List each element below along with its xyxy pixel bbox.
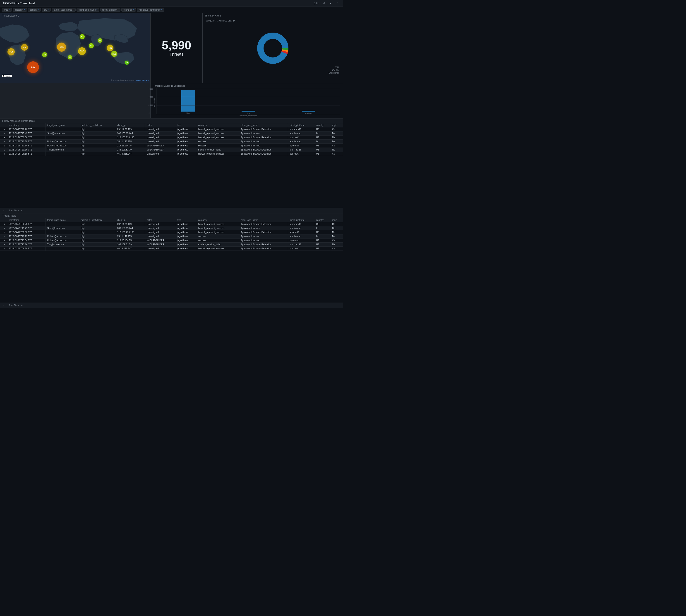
more-btn[interactable]: ⋮ [335, 1, 340, 5]
table-row[interactable]: 5 2022-04-25T23:54:57Z Polster@acme.com … [0, 239, 343, 243]
col-country[interactable]: country [314, 123, 330, 127]
cell-actor: Unassigned [145, 222, 175, 226]
table-row[interactable]: 2 2022-04-25T15:49:57Z Suraj@acme.com hi… [0, 226, 343, 230]
col-target-user-t[interactable]: target_user_name [45, 218, 79, 222]
table-row[interactable]: 3 2022-04-26T00:56:37Z high 112.163.226.… [0, 136, 343, 140]
prev-page-btn[interactable]: ‹ [6, 209, 8, 212]
cell-client-app: 1password Browser Extension [239, 148, 288, 152]
cluster-52[interactable]: 52 [80, 34, 85, 39]
table-row[interactable]: 2 2022-04-25T15:49:57Z Suraj@acme.com hi… [0, 131, 343, 136]
cell-country: IN [314, 140, 330, 144]
table-row[interactable]: 4 2022-04-25T10:29:57Z Polster@acme.com … [0, 140, 343, 144]
time-range-btn[interactable]: -24h [312, 2, 320, 5]
cell-actor: Unassigned [145, 136, 175, 140]
threat-table-container: Threat Table timestamp target_user_name … [0, 213, 343, 308]
table-row[interactable]: 7 2022-04-25T06:39:57Z high 46.33.228.24… [0, 152, 343, 156]
table-row[interactable]: 7 2022-04-25T06:39:57Z high 46.33.228.24… [0, 247, 343, 251]
table-row[interactable]: 6 2022-04-25T23:16:37Z Tim@acme.com high… [0, 243, 343, 247]
cell-client-ip: 200.163.158.44 [115, 131, 145, 136]
col-type[interactable]: type [175, 123, 196, 127]
page-total-t: 60 [14, 304, 17, 307]
filter-client-app[interactable]: client_app_name * [77, 8, 100, 12]
col-client-ip-t[interactable]: client_ip [115, 218, 145, 222]
table-row[interactable]: 4 2022-04-25T10:29:57Z Polster@acme.com … [0, 235, 343, 239]
last-page-btn-t[interactable]: » [21, 304, 23, 307]
filter-type[interactable]: type * [2, 8, 12, 12]
cluster-26[interactable]: 26 [98, 38, 102, 43]
filter-category[interactable]: category * [13, 8, 27, 12]
cell-timestamp: 2022-04-25T23:54:57Z [7, 144, 45, 148]
table-row[interactable]: 1 2022-04-25T22:26:37Z high 89.114.71.10… [0, 222, 343, 226]
col-malicious-confidence-t[interactable]: malicious_confidence [79, 218, 115, 222]
col-client-platform-t[interactable]: client_platform [288, 218, 314, 222]
col-region-t[interactable]: regio [330, 218, 343, 222]
col-country-t[interactable]: country [314, 218, 330, 222]
table-row[interactable]: 6 2022-04-25T23:16:37Z Tim@acme.com high… [0, 148, 343, 152]
col-category-t[interactable]: category [196, 218, 239, 222]
cell-region: Ne [330, 136, 343, 140]
improve-map-link[interactable]: Improve this map [135, 79, 149, 81]
col-timestamp-t[interactable]: timestamp [7, 218, 45, 222]
highly-malicious-table-scroll[interactable]: timestamp target_user_name malicious_con… [0, 123, 343, 208]
prev-page-btn-t[interactable]: ‹ [6, 304, 8, 307]
table-row[interactable]: 1 2022-04-25T22:26:37Z high 89.114.71.10… [0, 127, 343, 131]
refresh-btn[interactable]: ↺ [321, 1, 326, 5]
col-client-app-t[interactable]: client_app_name [239, 218, 288, 222]
col-client-app[interactable]: client_app_name [239, 123, 288, 127]
cell-malicious-confidence: high [79, 247, 115, 251]
col-actor-t[interactable]: actor [145, 218, 175, 222]
filter-client-os[interactable]: client_os * [121, 8, 136, 12]
map-container[interactable]: 310 307 1.8k 42 1.5k 39 52 797 51 26 641… [0, 13, 150, 83]
filter-client-platform[interactable]: client_platform * [100, 8, 121, 12]
threat-table-scroll[interactable]: timestamp target_user_name malicious_con… [0, 218, 343, 303]
col-category[interactable]: category [196, 123, 239, 127]
cell-target-user [45, 127, 79, 131]
cluster-307[interactable]: 307 [21, 44, 28, 51]
next-page-btn[interactable]: › [17, 209, 20, 212]
page-total-hm: 60 [14, 209, 17, 212]
cluster-310[interactable]: 310 [7, 48, 15, 56]
filter-country[interactable]: country * [28, 8, 41, 12]
bar-medium-rect[interactable] [302, 111, 315, 112]
cell-target-user: Polster@acme.com [45, 144, 79, 148]
first-page-btn[interactable]: « [2, 209, 5, 212]
threat-table-header-row: timestamp target_user_name malicious_con… [0, 218, 343, 222]
bar-high-label: high [186, 112, 190, 114]
cell-malicious-confidence: high [79, 222, 115, 226]
next-page-btn-t[interactable]: › [17, 304, 20, 307]
filter-btn[interactable]: ▼ [328, 2, 333, 5]
col-target-user[interactable]: target_user_name [45, 123, 79, 127]
cell-country: US [314, 222, 330, 226]
bar-high-rect[interactable] [181, 90, 195, 112]
cell-country: US [314, 144, 330, 148]
filter-malicious-confidence[interactable]: malicious_confidence * [137, 8, 164, 12]
cell-region: De [330, 235, 343, 239]
cluster-51[interactable]: 51 [89, 43, 94, 48]
col-region[interactable]: regio [330, 123, 343, 127]
first-page-btn-t[interactable]: « [2, 304, 5, 307]
table-row[interactable]: 5 2022-04-25T23:54:57Z Polster@acme.com … [0, 144, 343, 148]
col-client-ip[interactable]: client_ip [115, 123, 145, 127]
cluster-1500[interactable]: 1.5k [57, 43, 66, 51]
col-type-t[interactable]: type [175, 218, 196, 222]
last-page-btn[interactable]: » [21, 209, 23, 212]
table-row[interactable]: 3 2022-04-26T00:56:37Z high 112.163.226.… [0, 230, 343, 235]
col-malicious-confidence[interactable]: malicious_confidence [79, 123, 115, 127]
bar-low-rect[interactable] [241, 111, 255, 112]
bar-chart-inner: 6,000 4,000 2,000 0 [156, 88, 340, 114]
cell-client-platform: admin-mac [288, 235, 314, 239]
highly-malicious-table: timestamp target_user_name malicious_con… [0, 123, 343, 156]
col-timestamp[interactable]: timestamp [7, 123, 45, 127]
cell-target-user [45, 230, 79, 235]
cluster-42[interactable]: 42 [42, 52, 47, 57]
col-client-platform[interactable]: client_platform [288, 123, 314, 127]
cell-client-app: 1password Browser Extension [239, 136, 288, 140]
filter-target-user[interactable]: target_user_name * [51, 8, 76, 12]
filter-city[interactable]: city * [42, 8, 51, 12]
cluster-1800[interactable]: 1.8k [27, 61, 39, 73]
col-actor[interactable]: actor [145, 123, 175, 127]
highly-malicious-pagination: « ‹ 1 of 60 › » [0, 208, 343, 213]
threat-table-title: Threat Table [2, 214, 16, 217]
cell-timestamp: 2022-04-25T10:29:57Z [7, 140, 45, 144]
row-num: 2 [0, 131, 7, 136]
